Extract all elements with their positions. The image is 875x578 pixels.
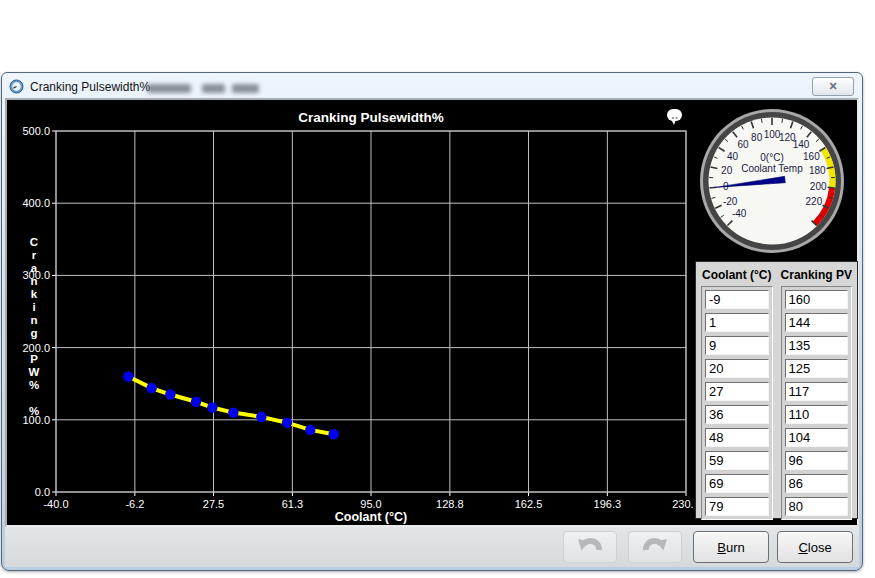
desktop: { "window": { "title": "Cranking Pulsewi…: [0, 0, 875, 578]
x-tick-label: 162.5: [515, 498, 543, 510]
x-tick-label: 230.0: [672, 498, 693, 510]
cranking-pv-input-5[interactable]: [785, 405, 849, 424]
curve-point-3[interactable]: [191, 397, 201, 407]
gauge-tick-label: 60: [737, 139, 749, 150]
x-tick-label: -40.0: [43, 498, 68, 510]
curve-point-6[interactable]: [256, 412, 266, 422]
coolant-input-0[interactable]: [705, 290, 769, 309]
cranking-pv-input-7[interactable]: [785, 451, 849, 470]
curve-point-1[interactable]: [146, 383, 156, 393]
coolant-column: [701, 286, 773, 520]
y-axis-title-letter: a: [31, 262, 38, 274]
gauge-tick: [761, 119, 762, 123]
gauge-tick-label: 140: [793, 139, 810, 150]
y-axis-title-letter: P: [30, 353, 38, 365]
coolant-input-6[interactable]: [705, 428, 769, 447]
coolant-temp-gauge: -40-200204060801001201401601802002200(°C…: [693, 100, 863, 261]
dialog-content: -40.0-6.227.561.395.0128.8162.5196.3230.…: [5, 98, 859, 527]
cranking-pv-input-4[interactable]: [785, 382, 849, 401]
cranking-pulsewidth-dialog: Cranking Pulsewidth% ✕ -40.0-6.227.561.3…: [1, 72, 863, 571]
curve-point-0[interactable]: [123, 371, 133, 381]
gauge-tick-label: 20: [721, 165, 733, 176]
blurred-artifact: [232, 84, 259, 93]
col-header-coolant: Coolant (°C): [701, 268, 773, 282]
col-header-cranking-pv: Cranking PV: [781, 268, 853, 282]
chart-title: Cranking Pulsewidth%: [298, 110, 444, 125]
cranking-pv-input-3[interactable]: [785, 359, 849, 378]
gauge-tick-label: 200: [810, 181, 827, 192]
cranking-pv-input-8[interactable]: [785, 474, 849, 493]
undo-button[interactable]: [563, 531, 617, 563]
curve-value-table: Coolant (°C) Cranking PV: [695, 261, 858, 519]
titlebar[interactable]: Cranking Pulsewidth% ✕: [5, 75, 859, 98]
x-tick-label: 128.8: [436, 498, 464, 510]
gauge-tick: [782, 119, 783, 123]
redo-arrow-icon: [642, 535, 668, 559]
x-tick-label: 27.5: [203, 498, 224, 510]
y-axis-title-letter: i: [32, 301, 35, 313]
curve-point-4[interactable]: [207, 402, 217, 412]
y-axis-title-letter: r: [32, 249, 37, 261]
pulsewidth-curve-chart: -40.0-6.227.561.395.0128.8162.5196.3230.…: [7, 100, 693, 527]
y-axis-title-letter: C: [30, 236, 38, 248]
redo-button[interactable]: [628, 531, 682, 563]
gauge-tick: [828, 187, 835, 188]
coolant-input-9[interactable]: [705, 497, 769, 516]
curve-point-5[interactable]: [228, 407, 238, 417]
cranking-pv-input-0[interactable]: [785, 290, 849, 309]
gauge-tick-label: 160: [803, 151, 820, 162]
y-axis-title-letter: k: [31, 288, 38, 300]
app-gauge-icon: [9, 79, 24, 94]
cranking-pv-input-1[interactable]: [785, 313, 849, 332]
cranking-pv-input-2[interactable]: [785, 336, 849, 355]
gauge-title: Coolant Temp: [741, 163, 803, 174]
y-axis-title-letter: %: [29, 379, 39, 391]
y-tick-label: 200.0: [22, 342, 50, 354]
y-axis-title-letter: %: [29, 405, 39, 417]
window-title: Cranking Pulsewidth%: [30, 80, 150, 94]
y-axis-title-letter: g: [30, 327, 37, 339]
close-button[interactable]: Close: [777, 531, 853, 563]
y-axis-title-letter: n: [30, 275, 37, 287]
curve-line: [128, 376, 333, 434]
y-axis-title-letter: n: [30, 314, 37, 326]
cranking-pv-column: [781, 286, 853, 520]
gauge-tick-label: 180: [809, 165, 826, 176]
bubble-icon[interactable]: [664, 108, 686, 128]
undo-arrow-icon: [577, 535, 603, 559]
blurred-artifact: [202, 84, 225, 93]
y-axis-title-letter: W: [29, 366, 40, 378]
coolant-input-5[interactable]: [705, 405, 769, 424]
table-body: [701, 286, 852, 520]
table-header-row: Coolant (°C) Cranking PV: [701, 268, 852, 282]
cranking-pv-input-9[interactable]: [785, 497, 849, 516]
coolant-input-8[interactable]: [705, 474, 769, 493]
curve-point-2[interactable]: [165, 389, 175, 399]
burn-button[interactable]: Burn: [693, 531, 769, 563]
x-tick-label: 196.3: [594, 498, 622, 510]
coolant-input-4[interactable]: [705, 382, 769, 401]
gauge-tick-label: 220: [806, 196, 823, 207]
cranking-pv-input-6[interactable]: [785, 428, 849, 447]
y-tick-label: 500.0: [22, 125, 50, 137]
curve-point-9[interactable]: [328, 429, 338, 439]
y-tick-label: 400.0: [22, 197, 50, 209]
coolant-input-2[interactable]: [705, 336, 769, 355]
curve-point-8[interactable]: [305, 425, 315, 435]
curve-point-7[interactable]: [282, 417, 292, 427]
window-close-button[interactable]: ✕: [812, 77, 854, 96]
x-tick-label: 95.0: [360, 498, 381, 510]
coolant-input-7[interactable]: [705, 451, 769, 470]
gauge-tick: [709, 187, 716, 188]
y-tick-label: 0.0: [35, 486, 50, 498]
blurred-artifact: [147, 84, 191, 93]
x-tick-label: -6.2: [125, 498, 144, 510]
dialog-buttonbar: Burn Close: [5, 527, 859, 567]
coolant-input-1[interactable]: [705, 313, 769, 332]
gauge-tick-label: -40: [732, 208, 747, 219]
x-axis-title: Coolant (°C): [335, 510, 407, 524]
gauge-tick-label: -20: [723, 196, 738, 207]
gauge-value: 0(°C): [760, 152, 783, 163]
gauge-tick-label: 80: [751, 132, 763, 143]
coolant-input-3[interactable]: [705, 359, 769, 378]
